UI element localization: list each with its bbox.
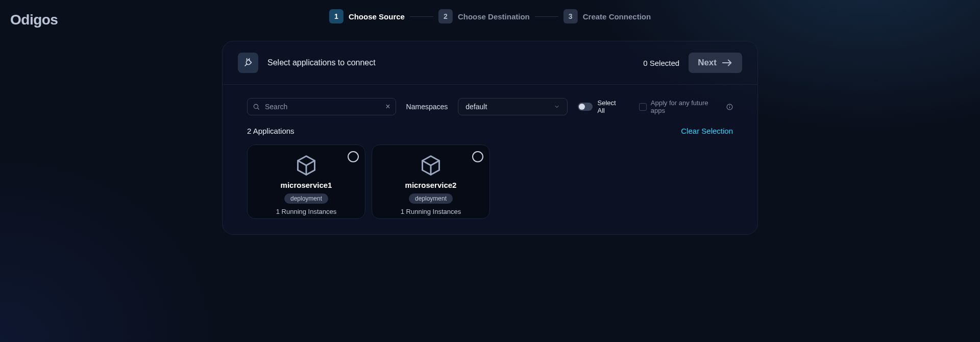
step-choose-source[interactable]: 1 Choose Source: [329, 9, 405, 23]
search-box[interactable]: ×: [247, 98, 396, 115]
step-number: 2: [438, 9, 453, 23]
selected-count: 0 Selected: [643, 59, 679, 67]
step-label: Choose Destination: [458, 12, 530, 21]
app-instances: 1 Running Instances: [401, 208, 461, 215]
main-panel: Select applications to connect 0 Selecte…: [222, 41, 758, 235]
svg-point-5: [729, 105, 730, 106]
select-circle[interactable]: [472, 151, 483, 162]
clear-search-icon[interactable]: ×: [385, 103, 390, 111]
app-card[interactable]: microservice2 deployment 1 Running Insta…: [372, 144, 490, 219]
step-number: 1: [329, 9, 344, 23]
cube-icon: [420, 154, 442, 177]
wizard-steps: 1 Choose Source 2 Choose Destination 3 C…: [329, 9, 651, 23]
next-button[interactable]: Next: [689, 53, 742, 73]
future-apps-checkbox[interactable]: [639, 103, 647, 111]
app-card[interactable]: microservice1 deployment 1 Running Insta…: [247, 144, 365, 219]
arrow-right-icon: [722, 59, 733, 67]
next-label: Next: [698, 58, 717, 68]
namespaces-label: Namespaces: [406, 103, 448, 111]
cube-icon: [295, 154, 317, 177]
filters-row: × Namespaces default Select All Apply fo…: [223, 85, 757, 115]
search-input[interactable]: [264, 102, 381, 111]
namespace-select[interactable]: default: [458, 98, 567, 115]
namespace-selected-value: default: [465, 103, 487, 111]
svg-point-1: [254, 104, 258, 108]
app-name: microservice2: [405, 181, 457, 189]
select-circle[interactable]: [348, 151, 359, 162]
step-number: 3: [564, 9, 578, 23]
info-icon[interactable]: [726, 103, 733, 110]
step-label: Create Connection: [583, 12, 651, 21]
app-kind-badge: deployment: [409, 193, 453, 204]
chevron-down-icon: [554, 104, 560, 110]
panel-title: Select applications to connect: [267, 58, 376, 67]
plug-icon: [238, 53, 258, 73]
search-icon: [253, 103, 260, 110]
select-all-toggle[interactable]: [578, 103, 593, 111]
svg-line-2: [258, 108, 259, 110]
select-all-label: Select All: [598, 99, 624, 114]
brand-logo: Odigos: [10, 12, 58, 28]
app-name: microservice1: [281, 181, 332, 189]
app-kind-badge: deployment: [284, 193, 328, 204]
app-instances: 1 Running Instances: [276, 208, 337, 215]
step-label: Choose Source: [349, 12, 405, 21]
step-choose-destination[interactable]: 2 Choose Destination: [438, 9, 530, 23]
clear-selection-link[interactable]: Clear Selection: [681, 127, 733, 135]
step-divider: [410, 16, 433, 17]
panel-header: Select applications to connect 0 Selecte…: [223, 41, 757, 85]
future-apps-label: Apply for any future apps: [651, 99, 722, 114]
apps-grid: microservice1 deployment 1 Running Insta…: [223, 135, 757, 234]
apps-count: 2 Applications: [247, 127, 295, 135]
step-divider: [535, 16, 558, 17]
step-create-connection[interactable]: 3 Create Connection: [564, 9, 651, 23]
